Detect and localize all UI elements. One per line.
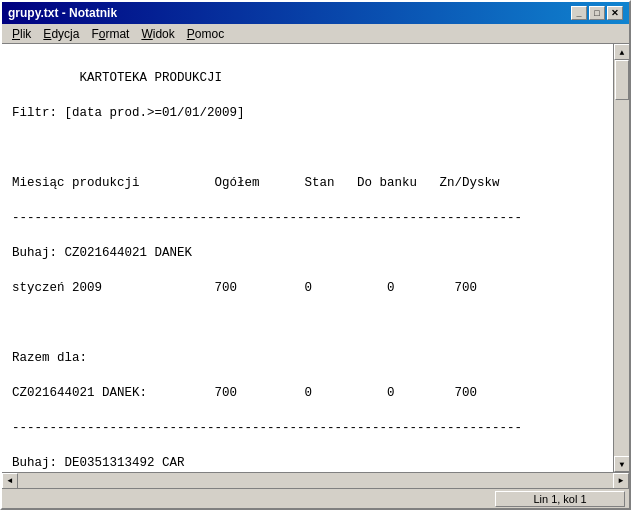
main-window: grupy.txt - Notatnik _ □ ✕ Plik Edycja F… [0, 0, 631, 510]
menu-format[interactable]: Format [85, 25, 135, 43]
title-bar: grupy.txt - Notatnik _ □ ✕ [2, 2, 629, 24]
scrollbar-horizontal: ◄ ► [2, 472, 629, 488]
content-razem1-sub: CZ021644021 DANEK: 700 0 0 700 [12, 386, 477, 400]
content-header: Miesiąc produkcji Ogółem Stan Do banku Z… [12, 176, 500, 190]
scroll-up-button[interactable]: ▲ [614, 44, 629, 60]
content-row1-1: styczeń 2009 700 0 0 700 [12, 281, 477, 295]
content-sep2: ----------------------------------------… [12, 421, 522, 435]
menu-plik[interactable]: Plik [6, 25, 37, 43]
scroll-right-button[interactable]: ► [613, 473, 629, 489]
menu-bar: Plik Edycja Format Widok Pomoc [2, 24, 629, 44]
minimize-button[interactable]: _ [571, 6, 587, 20]
content-razem1: Razem dla: [12, 351, 87, 365]
menu-widok[interactable]: Widok [135, 25, 180, 43]
status-bar: Lin 1, kol 1 [2, 488, 629, 508]
content-filter: Filtr: [data prod.>=01/01/2009] [12, 106, 245, 120]
close-button[interactable]: ✕ [607, 6, 623, 20]
content-sep1: ----------------------------------------… [12, 211, 522, 225]
content-buhaj2: Buhaj: DE0351313492 CAR [12, 456, 185, 470]
menu-pomoc[interactable]: Pomoc [181, 25, 230, 43]
bottom-area: ◄ ► Lin 1, kol 1 [2, 472, 629, 508]
scroll-track-vertical[interactable] [614, 60, 629, 456]
window-title: grupy.txt - Notatnik [8, 6, 117, 20]
window-controls: _ □ ✕ [571, 6, 623, 20]
content-area: KARTOTEKA PRODUKCJI Filtr: [data prod.>=… [2, 44, 629, 472]
content-title: KARTOTEKA PRODUKCJI [12, 71, 222, 85]
scrollbar-vertical: ▲ ▼ [613, 44, 629, 472]
text-content[interactable]: KARTOTEKA PRODUKCJI Filtr: [data prod.>=… [2, 44, 613, 472]
maximize-button[interactable]: □ [589, 6, 605, 20]
menu-edycja[interactable]: Edycja [37, 25, 85, 43]
scroll-left-button[interactable]: ◄ [2, 473, 18, 489]
scroll-down-button[interactable]: ▼ [614, 456, 629, 472]
content-buhaj1: Buhaj: CZ021644021 DANEK [12, 246, 192, 260]
scroll-thumb-vertical[interactable] [615, 60, 629, 100]
status-position: Lin 1, kol 1 [495, 491, 625, 507]
